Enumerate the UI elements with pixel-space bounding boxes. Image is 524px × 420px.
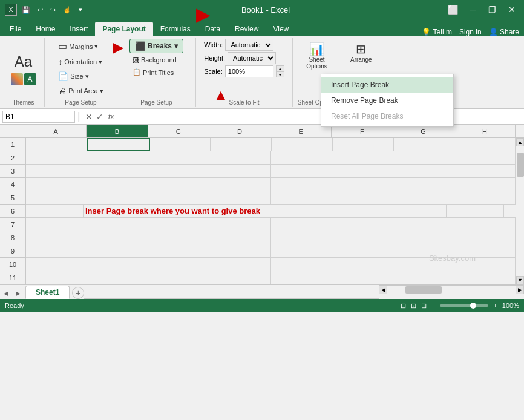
sheet-next-btn[interactable]: ▶	[12, 287, 24, 299]
cell-g1[interactable]	[394, 138, 455, 151]
cell-b2[interactable]	[87, 151, 148, 165]
cell-e11[interactable]	[271, 271, 332, 284]
cell-c5[interactable]	[148, 191, 209, 205]
cell-f1[interactable]	[333, 138, 394, 151]
redo-qat[interactable]: ↪	[48, 5, 58, 15]
tab-insert[interactable]: Insert	[62, 22, 95, 36]
share-btn[interactable]: 👤 Share	[489, 28, 519, 36]
cell-e7[interactable]	[271, 218, 332, 231]
ribbon-collapse-btn[interactable]: ⬜	[444, 4, 462, 16]
scale-up-btn[interactable]: ▲	[276, 65, 284, 71]
cell-d7[interactable]	[209, 218, 270, 231]
cell-c10[interactable]	[148, 258, 209, 271]
horizontal-scrollbar[interactable]: ◀ ▶	[379, 285, 524, 294]
cell-a7[interactable]	[26, 218, 87, 231]
cell-c11[interactable]	[148, 271, 209, 284]
zoom-thumb[interactable]	[470, 303, 476, 309]
print-area-dropdown[interactable]: ▾	[100, 87, 103, 95]
cell-e5[interactable]	[271, 191, 332, 205]
cell-e8[interactable]	[271, 231, 332, 244]
cell-e4[interactable]	[271, 178, 332, 191]
cancel-formula-btn[interactable]: ✕	[85, 112, 93, 122]
tab-formulas[interactable]: Formulas	[153, 22, 198, 36]
minimize-btn[interactable]: ─	[467, 4, 480, 16]
cell-b8[interactable]	[87, 231, 148, 244]
remove-page-break-item[interactable]: Remove Page Break	[321, 93, 453, 108]
scroll-right-btn[interactable]: ▶	[516, 286, 524, 294]
save-qat[interactable]: 💾	[19, 5, 33, 15]
corner-cell[interactable]	[0, 125, 25, 137]
cell-b6[interactable]: Inser Page break where you want to give …	[84, 205, 447, 218]
row-header-3[interactable]: 3	[0, 165, 25, 178]
cell-e9[interactable]	[271, 244, 332, 258]
cell-h1[interactable]	[454, 138, 516, 151]
size-btn[interactable]: 📄 Size ▾	[55, 70, 91, 83]
sign-in[interactable]: Sign in	[459, 28, 482, 36]
orientation-dropdown[interactable]: ▾	[99, 58, 102, 66]
scale-down-btn[interactable]: ▼	[276, 71, 284, 77]
breaks-dropdown-arrow[interactable]: ▾	[174, 42, 178, 50]
row-header-1[interactable]: 1	[0, 138, 25, 151]
sheet-prev-btn[interactable]: ◀	[0, 287, 12, 299]
scale-input[interactable]	[225, 65, 273, 77]
col-header-a[interactable]: A	[25, 125, 87, 137]
cell-g3[interactable]	[393, 165, 454, 178]
cell-c8[interactable]	[148, 231, 209, 244]
scroll-left-btn[interactable]: ◀	[379, 286, 387, 294]
cell-e10[interactable]	[271, 258, 332, 271]
sheet-options-btn[interactable]: 📊 Sheet Options	[302, 39, 331, 73]
view-preview-btn[interactable]: ⊞	[421, 302, 427, 310]
cell-a2[interactable]	[26, 151, 87, 165]
breaks-btn[interactable]: ⬛ Breaks ▾	[129, 39, 183, 53]
cell-d6[interactable]	[504, 205, 516, 218]
cell-a3[interactable]	[26, 165, 87, 178]
row-header-8[interactable]: 8	[0, 231, 25, 244]
qat-dropdown[interactable]: ▾	[76, 5, 85, 15]
cell-a10[interactable]	[26, 258, 87, 271]
cell-c9[interactable]	[148, 244, 209, 258]
col-header-b[interactable]: B	[87, 125, 148, 137]
print-titles-btn[interactable]: 📋 Print Titles	[129, 67, 177, 78]
view-normal-btn[interactable]: ⊟	[401, 302, 406, 310]
margins-btn[interactable]: ▭ Margins ▾	[55, 39, 101, 54]
cell-h2[interactable]	[454, 151, 516, 165]
cell-c2[interactable]	[148, 151, 209, 165]
cell-f11[interactable]	[332, 271, 393, 284]
sheet-tab-sheet1[interactable]: Sheet1	[25, 286, 70, 299]
cell-b11[interactable]	[87, 271, 148, 284]
cell-c1[interactable]	[150, 138, 211, 151]
scroll-thumb-v[interactable]	[517, 153, 524, 177]
cell-h8[interactable]	[454, 231, 516, 244]
cell-e1[interactable]	[272, 138, 333, 151]
scroll-down-btn[interactable]: ▼	[516, 276, 524, 284]
cell-h4[interactable]	[454, 178, 516, 191]
tab-file[interactable]: File	[2, 22, 28, 36]
cell-d2[interactable]	[209, 151, 270, 165]
row-header-2[interactable]: 2	[0, 151, 25, 165]
tell-me[interactable]: 💡 Tell m	[422, 28, 451, 36]
zoom-slider[interactable]	[440, 304, 488, 307]
cell-a11[interactable]	[26, 271, 87, 284]
tab-home[interactable]: Home	[28, 22, 62, 36]
cell-h7[interactable]	[454, 218, 516, 231]
cell-d9[interactable]	[209, 244, 270, 258]
cell-b4[interactable]	[87, 178, 148, 191]
margins-dropdown[interactable]: ▾	[94, 42, 98, 50]
confirm-formula-btn[interactable]: ✓	[96, 112, 103, 122]
cell-a9[interactable]	[26, 244, 87, 258]
cell-e2[interactable]	[271, 151, 332, 165]
undo-qat[interactable]: ↩	[35, 5, 45, 15]
name-box[interactable]	[2, 111, 75, 123]
plus-zoom[interactable]: +	[493, 302, 497, 309]
themes-color-btn[interactable]	[11, 73, 23, 85]
themes-btn[interactable]: Aa	[11, 51, 35, 72]
themes-font-btn[interactable]: A	[24, 73, 36, 85]
height-select[interactable]: Automatic	[228, 52, 276, 64]
print-area-btn[interactable]: 🖨 Print Area ▾	[55, 84, 106, 97]
cell-d11[interactable]	[209, 271, 270, 284]
size-dropdown[interactable]: ▾	[85, 73, 89, 80]
row-header-7[interactable]: 7	[0, 218, 25, 231]
formula-input[interactable]	[117, 113, 522, 121]
cell-f3[interactable]	[332, 165, 393, 178]
tab-page-layout[interactable]: Page Layout	[95, 22, 152, 36]
